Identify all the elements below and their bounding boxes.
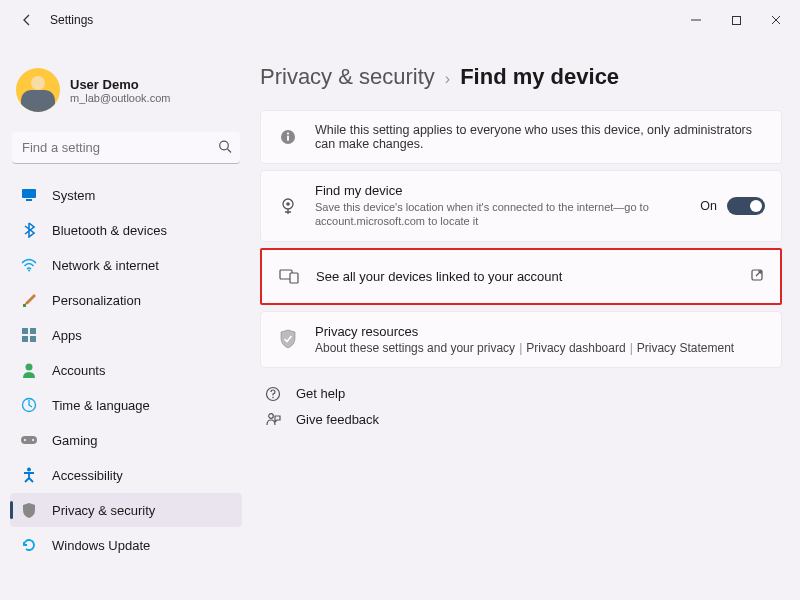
resources-link-statement[interactable]: Privacy Statement	[637, 341, 734, 355]
sidebar: User Demo m_lab@outlook.com System Bluet…	[10, 40, 242, 590]
sidebar-item-network[interactable]: Network & internet	[10, 248, 242, 282]
find-my-device-card: Find my device Save this device's locati…	[260, 170, 782, 242]
shield-check-icon	[277, 329, 299, 349]
svg-rect-10	[22, 336, 28, 342]
resources-links: About these settings and your privacy|Pr…	[315, 341, 765, 355]
back-button[interactable]	[12, 5, 42, 35]
feedback-icon	[264, 412, 282, 428]
find-device-toggle[interactable]	[727, 197, 765, 215]
search-input[interactable]	[12, 132, 240, 164]
svg-point-27	[272, 396, 274, 398]
help-icon	[264, 386, 282, 402]
profile-email: m_lab@outlook.com	[70, 92, 170, 104]
wifi-icon	[20, 256, 38, 274]
window-title: Settings	[50, 13, 93, 27]
svg-line-3	[228, 149, 232, 153]
svg-point-16	[32, 439, 34, 441]
svg-point-12	[26, 364, 33, 371]
sidebar-item-label: Bluetooth & devices	[52, 223, 167, 238]
gamepad-icon	[20, 431, 38, 449]
sidebar-item-label: Accessibility	[52, 468, 123, 483]
chevron-right-icon: ›	[445, 70, 450, 88]
bluetooth-icon	[20, 221, 38, 239]
card-body: Privacy resources About these settings a…	[315, 324, 765, 355]
titlebar: Settings	[0, 0, 800, 40]
toggle-state-label: On	[700, 199, 717, 213]
sidebar-item-accounts[interactable]: Accounts	[10, 353, 242, 387]
resources-title: Privacy resources	[315, 324, 765, 339]
paintbrush-icon	[20, 291, 38, 309]
svg-rect-24	[290, 273, 298, 283]
sidebar-item-personalization[interactable]: Personalization	[10, 283, 242, 317]
profile-block[interactable]: User Demo m_lab@outlook.com	[10, 40, 242, 132]
get-help-label: Get help	[296, 386, 345, 401]
sidebar-item-gaming[interactable]: Gaming	[10, 423, 242, 457]
close-button[interactable]	[756, 5, 796, 35]
clock-globe-icon	[20, 396, 38, 414]
svg-point-19	[287, 132, 289, 134]
privacy-resources-card: Privacy resources About these settings a…	[260, 311, 782, 368]
main-panel: Privacy & security › Find my device Whil…	[252, 40, 790, 590]
update-icon	[20, 536, 38, 554]
breadcrumb: Privacy & security › Find my device	[260, 64, 782, 90]
accessibility-icon	[20, 466, 38, 484]
see-all-devices-card[interactable]: See all your devices linked to your acco…	[260, 248, 782, 305]
svg-rect-1	[732, 16, 740, 24]
page-title: Find my device	[460, 64, 619, 90]
sidebar-item-accessibility[interactable]: Accessibility	[10, 458, 242, 492]
card-body: Find my device Save this device's locati…	[315, 183, 684, 229]
apps-icon	[20, 326, 38, 344]
breadcrumb-parent[interactable]: Privacy & security	[260, 64, 435, 90]
svg-point-6	[28, 270, 30, 272]
sidebar-item-label: Time & language	[52, 398, 150, 413]
resources-link-about[interactable]: About these settings and your privacy	[315, 341, 515, 355]
location-device-icon	[277, 196, 299, 216]
shield-icon	[20, 501, 38, 519]
maximize-button[interactable]	[716, 5, 756, 35]
toggle-group: On	[700, 197, 765, 215]
info-text: While this setting applies to everyone w…	[315, 123, 765, 151]
sidebar-item-bluetooth[interactable]: Bluetooth & devices	[10, 213, 242, 247]
sidebar-item-apps[interactable]: Apps	[10, 318, 242, 352]
sidebar-item-privacy[interactable]: Privacy & security	[10, 493, 242, 527]
svg-rect-11	[30, 336, 36, 342]
give-feedback-link[interactable]: Give feedback	[264, 412, 782, 428]
svg-point-17	[27, 468, 31, 472]
info-banner: While this setting applies to everyone w…	[260, 110, 782, 164]
content: User Demo m_lab@outlook.com System Bluet…	[0, 40, 800, 600]
svg-point-15	[24, 439, 26, 441]
person-icon	[20, 361, 38, 379]
nav: System Bluetooth & devices Network & int…	[10, 178, 242, 562]
card-body: See all your devices linked to your acco…	[316, 269, 734, 284]
profile-name: User Demo	[70, 77, 170, 92]
sidebar-item-label: Network & internet	[52, 258, 159, 273]
svg-point-22	[286, 202, 290, 206]
info-icon	[277, 129, 299, 145]
search-wrap	[12, 132, 240, 164]
sidebar-item-label: Privacy & security	[52, 503, 155, 518]
svg-rect-20	[287, 136, 289, 142]
minimize-button[interactable]	[676, 5, 716, 35]
svg-point-2	[220, 141, 229, 150]
see-all-label: See all your devices linked to your acco…	[316, 269, 734, 284]
sidebar-item-time[interactable]: Time & language	[10, 388, 242, 422]
get-help-link[interactable]: Get help	[264, 386, 782, 402]
search-icon	[218, 140, 232, 157]
svg-rect-9	[30, 328, 36, 334]
sidebar-item-update[interactable]: Windows Update	[10, 528, 242, 562]
monitor-icon	[20, 186, 38, 204]
sidebar-item-label: Personalization	[52, 293, 141, 308]
find-device-sub: Save this device's location when it's co…	[315, 200, 684, 229]
profile-text: User Demo m_lab@outlook.com	[70, 77, 170, 104]
window-controls	[676, 5, 796, 35]
resources-link-dashboard[interactable]: Privacy dashboard	[526, 341, 625, 355]
svg-rect-5	[26, 199, 32, 201]
svg-rect-14	[21, 436, 37, 444]
give-feedback-label: Give feedback	[296, 412, 379, 427]
svg-rect-7	[23, 304, 26, 307]
sidebar-item-label: Gaming	[52, 433, 98, 448]
find-device-title: Find my device	[315, 183, 684, 198]
sidebar-item-label: System	[52, 188, 95, 203]
sidebar-item-system[interactable]: System	[10, 178, 242, 212]
avatar	[16, 68, 60, 112]
